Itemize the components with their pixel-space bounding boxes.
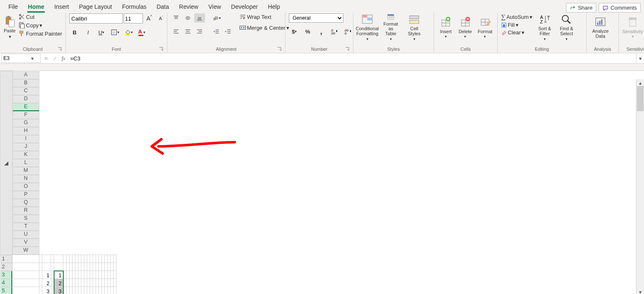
conditional-formatting-button[interactable]: Conditional Formatting▾ xyxy=(357,13,378,41)
cell[interactable] xyxy=(99,255,101,263)
row-header[interactable]: 2 xyxy=(0,263,12,271)
cell[interactable] xyxy=(66,271,69,279)
row-header[interactable]: 5 xyxy=(0,287,12,294)
name-box[interactable]: ▾ xyxy=(1,54,41,63)
cell[interactable] xyxy=(72,255,75,263)
cell[interactable] xyxy=(107,255,110,263)
cell[interactable] xyxy=(54,255,63,263)
cell[interactable] xyxy=(99,279,101,287)
cell[interactable] xyxy=(90,279,93,287)
cell[interactable] xyxy=(78,255,81,263)
cell[interactable] xyxy=(69,279,72,287)
cell[interactable] xyxy=(110,279,113,287)
cell[interactable] xyxy=(69,263,72,271)
cell[interactable] xyxy=(12,263,39,271)
cell[interactable] xyxy=(42,263,51,271)
underline-button[interactable]: U▾ xyxy=(96,28,107,37)
increase-decimal-button[interactable]: .0.00 xyxy=(329,27,340,36)
autosum-button[interactable]: ∑ AutoSum ▾ xyxy=(501,13,532,21)
cell[interactable]: 2 xyxy=(42,279,51,287)
cell[interactable] xyxy=(51,279,54,287)
cell[interactable] xyxy=(63,279,67,287)
cell[interactable] xyxy=(81,271,84,279)
fill-button[interactable]: Fill ▾ xyxy=(501,22,532,28)
font-size-combo[interactable] xyxy=(124,13,143,23)
align-middle-button[interactable] xyxy=(182,13,193,23)
tab-formulas[interactable]: Formulas xyxy=(117,2,151,13)
cell[interactable] xyxy=(51,255,54,263)
cell[interactable] xyxy=(87,263,90,271)
column-header[interactable]: E xyxy=(13,103,39,111)
cell[interactable] xyxy=(96,255,99,263)
scroll-down-button[interactable]: ▾ xyxy=(637,289,644,294)
cell[interactable] xyxy=(81,263,84,271)
row-header[interactable]: 3 xyxy=(0,271,12,279)
cell[interactable] xyxy=(66,279,69,287)
cell[interactable] xyxy=(113,255,116,263)
analyze-data-button[interactable]: Analyze Data xyxy=(590,13,611,41)
fill-color-button[interactable]: ▾ xyxy=(123,28,134,37)
cell[interactable] xyxy=(63,271,67,279)
scroll-up-button[interactable]: ▴ xyxy=(637,79,644,86)
increase-indent-button[interactable] xyxy=(223,27,234,36)
cell[interactable] xyxy=(96,263,99,271)
find-select-button[interactable]: Find & Select▾ xyxy=(557,13,576,41)
column-header[interactable]: H xyxy=(13,127,39,135)
cell[interactable] xyxy=(90,263,93,271)
cell[interactable]: 3 xyxy=(54,287,63,294)
chevron-down-icon[interactable]: ▾ xyxy=(29,55,36,62)
cell[interactable] xyxy=(42,255,51,263)
column-header[interactable]: C xyxy=(13,87,39,95)
orientation-button[interactable]: ab▾ xyxy=(211,13,222,23)
column-header[interactable]: J xyxy=(13,143,39,151)
cell[interactable]: 2 xyxy=(54,279,63,287)
align-bottom-button[interactable] xyxy=(194,13,205,23)
cell[interactable] xyxy=(90,255,93,263)
cell[interactable] xyxy=(75,279,78,287)
cell[interactable] xyxy=(84,287,87,294)
fx-icon[interactable]: fx xyxy=(62,55,65,62)
cell[interactable] xyxy=(104,263,107,271)
tab-view[interactable]: View xyxy=(203,2,226,13)
copy-button[interactable]: Copy ▾ xyxy=(18,22,62,29)
formula-input[interactable] xyxy=(68,53,636,63)
cell[interactable] xyxy=(63,287,67,294)
cut-button[interactable]: Cut xyxy=(18,13,62,20)
cell[interactable] xyxy=(63,263,67,271)
cell[interactable] xyxy=(104,287,107,294)
tab-home[interactable]: Home xyxy=(23,2,49,13)
cell[interactable] xyxy=(93,279,96,287)
cell[interactable] xyxy=(104,279,107,287)
cell[interactable] xyxy=(107,279,110,287)
cell[interactable] xyxy=(63,255,67,263)
tab-insert[interactable]: Insert xyxy=(49,2,74,13)
cell[interactable] xyxy=(96,271,99,279)
cell[interactable] xyxy=(81,279,84,287)
cell[interactable] xyxy=(93,255,96,263)
cell[interactable] xyxy=(69,271,72,279)
cell[interactable] xyxy=(107,271,110,279)
decrease-indent-button[interactable] xyxy=(211,27,222,36)
column-header[interactable]: K xyxy=(13,151,39,159)
cell[interactable] xyxy=(51,287,54,294)
column-header[interactable]: M xyxy=(13,167,39,175)
percent-format-button[interactable]: % xyxy=(302,27,313,36)
cell[interactable] xyxy=(69,287,72,294)
enter-formula-button[interactable]: ✓ xyxy=(53,55,57,62)
cell[interactable] xyxy=(87,279,90,287)
paste-button[interactable]: Paste ▾ xyxy=(3,13,16,41)
cell[interactable] xyxy=(101,255,104,263)
cell[interactable] xyxy=(87,271,90,279)
insert-cells-button[interactable]: Insert▾ xyxy=(437,13,454,41)
cell[interactable] xyxy=(66,255,69,263)
cell[interactable] xyxy=(93,271,96,279)
cell[interactable] xyxy=(90,271,93,279)
format-cells-button[interactable]: Format▾ xyxy=(476,13,494,41)
cell[interactable] xyxy=(113,287,116,294)
cell[interactable] xyxy=(107,287,110,294)
cell[interactable] xyxy=(69,255,72,263)
font-name-combo[interactable] xyxy=(69,13,123,23)
cell[interactable] xyxy=(54,263,63,271)
column-header[interactable]: A xyxy=(13,71,39,79)
cell[interactable] xyxy=(12,287,39,294)
